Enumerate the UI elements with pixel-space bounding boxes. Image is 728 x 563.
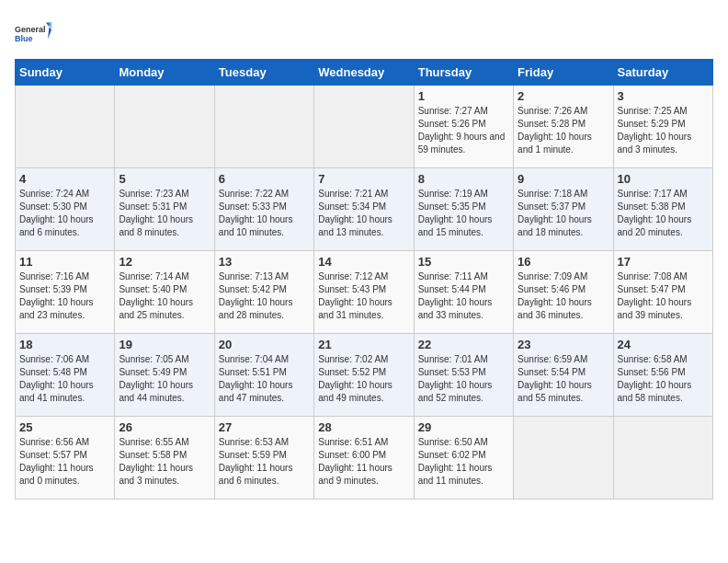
day-number: 8 — [418, 172, 509, 186]
calendar-cell: 11Sunrise: 7:16 AM Sunset: 5:39 PM Dayli… — [16, 251, 115, 334]
day-number: 5 — [119, 172, 210, 186]
day-number: 20 — [219, 338, 310, 351]
svg-text:General: General — [15, 25, 46, 34]
day-info: Sunrise: 7:16 AM Sunset: 5:39 PM Dayligh… — [19, 270, 110, 322]
calendar-cell: 21Sunrise: 7:02 AM Sunset: 5:52 PM Dayli… — [314, 334, 414, 417]
header-day-saturday: Saturday — [613, 60, 712, 86]
calendar-cell — [314, 86, 414, 168]
day-info: Sunrise: 6:55 AM Sunset: 5:58 PM Dayligh… — [119, 436, 210, 488]
calendar-cell — [514, 417, 613, 500]
day-number: 21 — [318, 338, 409, 351]
day-info: Sunrise: 7:21 AM Sunset: 5:34 PM Dayligh… — [318, 188, 409, 239]
day-number: 24 — [618, 338, 709, 351]
calendar-cell — [214, 86, 313, 168]
calendar-cell: 9Sunrise: 7:18 AM Sunset: 5:37 PM Daylig… — [514, 168, 613, 251]
day-info: Sunrise: 7:17 AM Sunset: 5:38 PM Dayligh… — [618, 188, 709, 239]
calendar-cell: 15Sunrise: 7:11 AM Sunset: 5:44 PM Dayli… — [414, 251, 513, 334]
day-number: 16 — [518, 255, 609, 269]
day-info: Sunrise: 7:04 AM Sunset: 5:51 PM Dayligh… — [219, 353, 310, 405]
header-day-friday: Friday — [514, 60, 613, 86]
calendar-cell: 16Sunrise: 7:09 AM Sunset: 5:46 PM Dayli… — [514, 251, 613, 334]
day-info: Sunrise: 7:25 AM Sunset: 5:29 PM Dayligh… — [618, 105, 709, 156]
header-row: SundayMondayTuesdayWednesdayThursdayFrid… — [16, 60, 713, 86]
calendar-cell: 20Sunrise: 7:04 AM Sunset: 5:51 PM Dayli… — [214, 334, 313, 417]
day-info: Sunrise: 6:51 AM Sunset: 6:00 PM Dayligh… — [318, 436, 409, 488]
page-header: General Blue — [15, 15, 713, 52]
day-number: 19 — [119, 338, 210, 351]
calendar-cell: 5Sunrise: 7:23 AM Sunset: 5:31 PM Daylig… — [115, 168, 214, 251]
calendar-cell: 7Sunrise: 7:21 AM Sunset: 5:34 PM Daylig… — [314, 168, 414, 251]
calendar-cell: 26Sunrise: 6:55 AM Sunset: 5:58 PM Dayli… — [115, 417, 214, 500]
day-number: 15 — [418, 255, 509, 269]
day-info: Sunrise: 7:11 AM Sunset: 5:44 PM Dayligh… — [418, 270, 509, 322]
header-day-monday: Monday — [115, 60, 214, 86]
day-number: 7 — [318, 172, 409, 186]
calendar-body: 1Sunrise: 7:27 AM Sunset: 5:26 PM Daylig… — [16, 86, 713, 500]
day-info: Sunrise: 7:19 AM Sunset: 5:35 PM Dayligh… — [418, 188, 509, 239]
day-info: Sunrise: 7:02 AM Sunset: 5:52 PM Dayligh… — [318, 353, 409, 405]
day-number: 17 — [618, 255, 709, 269]
day-number: 25 — [19, 420, 110, 434]
header-day-wednesday: Wednesday — [314, 60, 414, 86]
week-row-3: 11Sunrise: 7:16 AM Sunset: 5:39 PM Dayli… — [16, 251, 713, 334]
logo-container: General Blue — [15, 15, 51, 52]
calendar-cell: 29Sunrise: 6:50 AM Sunset: 6:02 PM Dayli… — [414, 417, 513, 500]
calendar-cell: 14Sunrise: 7:12 AM Sunset: 5:43 PM Dayli… — [314, 251, 414, 334]
day-number: 10 — [618, 172, 709, 186]
day-number: 1 — [418, 89, 509, 103]
day-number: 6 — [219, 172, 310, 186]
day-info: Sunrise: 7:08 AM Sunset: 5:47 PM Dayligh… — [618, 270, 709, 322]
day-info: Sunrise: 6:56 AM Sunset: 5:57 PM Dayligh… — [19, 436, 110, 488]
day-info: Sunrise: 6:50 AM Sunset: 6:02 PM Dayligh… — [418, 436, 509, 488]
calendar-header: SundayMondayTuesdayWednesdayThursdayFrid… — [16, 60, 713, 86]
calendar-cell: 4Sunrise: 7:24 AM Sunset: 5:30 PM Daylig… — [16, 168, 115, 251]
day-number: 9 — [518, 172, 609, 186]
calendar-cell: 22Sunrise: 7:01 AM Sunset: 5:53 PM Dayli… — [414, 334, 513, 417]
calendar-cell — [115, 86, 214, 168]
calendar-cell: 12Sunrise: 7:14 AM Sunset: 5:40 PM Dayli… — [115, 251, 214, 334]
header-day-tuesday: Tuesday — [214, 60, 313, 86]
day-number: 2 — [518, 89, 609, 103]
day-number: 26 — [119, 420, 210, 434]
day-number: 27 — [219, 420, 310, 434]
calendar-cell: 2Sunrise: 7:26 AM Sunset: 5:28 PM Daylig… — [514, 86, 613, 168]
header-day-thursday: Thursday — [414, 60, 513, 86]
day-number: 13 — [219, 255, 310, 269]
day-number: 29 — [418, 420, 509, 434]
calendar-cell: 1Sunrise: 7:27 AM Sunset: 5:26 PM Daylig… — [414, 86, 513, 168]
calendar-cell: 18Sunrise: 7:06 AM Sunset: 5:48 PM Dayli… — [16, 334, 115, 417]
calendar-cell: 19Sunrise: 7:05 AM Sunset: 5:49 PM Dayli… — [115, 334, 214, 417]
day-info: Sunrise: 7:24 AM Sunset: 5:30 PM Dayligh… — [19, 188, 110, 239]
calendar-cell — [16, 86, 115, 168]
calendar-cell: 8Sunrise: 7:19 AM Sunset: 5:35 PM Daylig… — [414, 168, 513, 251]
day-number: 18 — [19, 338, 110, 351]
calendar-cell — [613, 417, 712, 500]
day-info: Sunrise: 7:13 AM Sunset: 5:42 PM Dayligh… — [219, 270, 310, 322]
day-number: 11 — [19, 255, 110, 269]
day-info: Sunrise: 7:23 AM Sunset: 5:31 PM Dayligh… — [119, 188, 210, 239]
calendar-cell: 13Sunrise: 7:13 AM Sunset: 5:42 PM Dayli… — [214, 251, 313, 334]
calendar-cell: 23Sunrise: 6:59 AM Sunset: 5:54 PM Dayli… — [514, 334, 613, 417]
header-day-sunday: Sunday — [16, 60, 115, 86]
svg-text:Blue: Blue — [15, 34, 33, 43]
day-info: Sunrise: 7:22 AM Sunset: 5:33 PM Dayligh… — [219, 188, 310, 239]
day-info: Sunrise: 7:06 AM Sunset: 5:48 PM Dayligh… — [19, 353, 110, 405]
day-info: Sunrise: 7:12 AM Sunset: 5:43 PM Dayligh… — [318, 270, 409, 322]
day-number: 22 — [418, 338, 509, 351]
week-row-5: 25Sunrise: 6:56 AM Sunset: 5:57 PM Dayli… — [16, 417, 713, 500]
logo: General Blue — [15, 15, 51, 52]
day-info: Sunrise: 6:58 AM Sunset: 5:56 PM Dayligh… — [618, 353, 709, 405]
calendar-cell: 6Sunrise: 7:22 AM Sunset: 5:33 PM Daylig… — [214, 168, 313, 251]
calendar-cell: 28Sunrise: 6:51 AM Sunset: 6:00 PM Dayli… — [314, 417, 414, 500]
week-row-4: 18Sunrise: 7:06 AM Sunset: 5:48 PM Dayli… — [16, 334, 713, 417]
day-info: Sunrise: 7:18 AM Sunset: 5:37 PM Dayligh… — [518, 188, 609, 239]
day-info: Sunrise: 7:27 AM Sunset: 5:26 PM Dayligh… — [418, 105, 509, 156]
day-info: Sunrise: 7:05 AM Sunset: 5:49 PM Dayligh… — [119, 353, 210, 405]
week-row-1: 1Sunrise: 7:27 AM Sunset: 5:26 PM Daylig… — [16, 86, 713, 168]
calendar-table: SundayMondayTuesdayWednesdayThursdayFrid… — [15, 59, 713, 500]
day-info: Sunrise: 6:59 AM Sunset: 5:54 PM Dayligh… — [518, 353, 609, 405]
calendar-cell: 27Sunrise: 6:53 AM Sunset: 5:59 PM Dayli… — [214, 417, 313, 500]
week-row-2: 4Sunrise: 7:24 AM Sunset: 5:30 PM Daylig… — [16, 168, 713, 251]
day-info: Sunrise: 7:01 AM Sunset: 5:53 PM Dayligh… — [418, 353, 509, 405]
day-info: Sunrise: 7:26 AM Sunset: 5:28 PM Dayligh… — [518, 105, 609, 156]
